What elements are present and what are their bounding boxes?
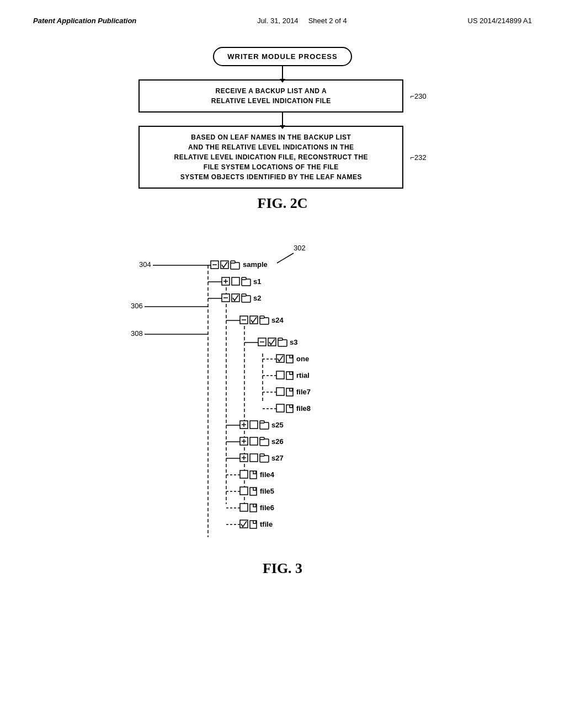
- label-s24: s24: [271, 316, 284, 324]
- label-rtial: rtial: [296, 371, 310, 379]
- header: Patent Application Publication Jul. 31, …: [33, 17, 532, 25]
- cb-file6[interactable]: [240, 504, 248, 511]
- flow-box-1-text: RECEIVE A BACKUP LIST AND ARELATIVE LEVE…: [211, 87, 331, 105]
- tree-svg: 304 306 308 302: [89, 234, 476, 554]
- flow-row-1: RECEIVE A BACKUP LIST AND ARELATIVE LEVE…: [117, 79, 448, 113]
- folder-s26-tab: [260, 437, 264, 440]
- fig3-label: FIG. 3: [263, 560, 302, 577]
- folder-s3-body: [278, 340, 287, 346]
- ref-232: ⌐232: [410, 153, 426, 162]
- flow-box-2: BASED ON LEAF NAMES IN THE BACKUP LISTAN…: [138, 126, 403, 189]
- label-file4: file4: [260, 470, 275, 479]
- label-sample: sample: [243, 260, 268, 269]
- arrow-to-box2: [282, 113, 283, 126]
- label-s27: s27: [271, 454, 284, 462]
- ref-306-text: 306: [131, 302, 143, 310]
- ref-308-text: 308: [131, 329, 143, 338]
- folder-s3-tab: [278, 338, 282, 340]
- folder-s25-tab: [260, 421, 264, 423]
- ref-230: ⌐230: [410, 92, 426, 100]
- header-center: Jul. 31, 2014 Sheet 2 of 4: [257, 17, 347, 25]
- arrow-to-box1: [282, 66, 283, 79]
- cb-rtial[interactable]: [276, 371, 284, 379]
- header-left: Patent Application Publication: [33, 17, 136, 25]
- cb-file7[interactable]: [276, 388, 284, 395]
- flow-row-2: BASED ON LEAF NAMES IN THE BACKUP LISTAN…: [117, 126, 448, 189]
- folder-s2-body: [242, 296, 250, 302]
- label-file6: file6: [260, 504, 274, 512]
- label-s1: s1: [253, 277, 261, 286]
- ref-302-arrow: [277, 253, 294, 263]
- label-file5: file5: [260, 487, 274, 495]
- label-s3: s3: [290, 338, 297, 346]
- flow-box-1: RECEIVE A BACKUP LIST AND ARELATIVE LEVE…: [138, 79, 403, 113]
- header-sheet: Sheet 2 of 4: [308, 17, 347, 25]
- flowchart: WRITER MODULE PROCESS RECEIVE A BACKUP L…: [117, 47, 448, 189]
- cb-file5[interactable]: [240, 487, 248, 495]
- start-box: WRITER MODULE PROCESS: [213, 47, 351, 66]
- cb-s26[interactable]: [250, 437, 258, 445]
- folder-s24-body: [260, 318, 269, 324]
- cb-s25[interactable]: [250, 421, 258, 429]
- header-right: US 2014/214899 A1: [468, 17, 532, 25]
- label-file8: file8: [296, 404, 311, 413]
- folder-s1-body: [242, 279, 250, 286]
- cb-s27[interactable]: [250, 454, 258, 462]
- label-s25: s25: [271, 421, 284, 429]
- label-tfile: tfile: [260, 520, 273, 528]
- folder-s2-tab: [242, 294, 246, 296]
- ref-302-text: 302: [294, 244, 306, 252]
- page: Patent Application Publication Jul. 31, …: [0, 0, 565, 728]
- folder-sample-tab: [231, 261, 235, 263]
- folder-s27-body: [260, 456, 269, 462]
- folder-s25-body: [260, 422, 269, 429]
- label-file7: file7: [296, 388, 311, 396]
- cb-file8[interactable]: [276, 404, 284, 412]
- ref-304-text: 304: [139, 260, 151, 269]
- folder-s27-tab: [260, 454, 264, 456]
- folder-s1-tab: [242, 277, 246, 280]
- label-s2: s2: [253, 294, 261, 302]
- header-date: Jul. 31, 2014: [257, 17, 298, 25]
- fig3-container: 304 306 308 302: [33, 234, 532, 593]
- cb-file4[interactable]: [240, 470, 248, 478]
- cb-s1[interactable]: [232, 277, 239, 285]
- fig2c-label: FIG. 2C: [258, 195, 308, 212]
- label-one: one: [296, 355, 309, 363]
- fig2c-container: WRITER MODULE PROCESS RECEIVE A BACKUP L…: [33, 47, 532, 228]
- folder-sample-body: [231, 263, 239, 269]
- folder-s26-body: [260, 439, 269, 446]
- flow-box-2-text: BASED ON LEAF NAMES IN THE BACKUP LISTAN…: [174, 133, 369, 181]
- label-s26: s26: [271, 437, 284, 446]
- folder-s24-tab: [260, 316, 264, 318]
